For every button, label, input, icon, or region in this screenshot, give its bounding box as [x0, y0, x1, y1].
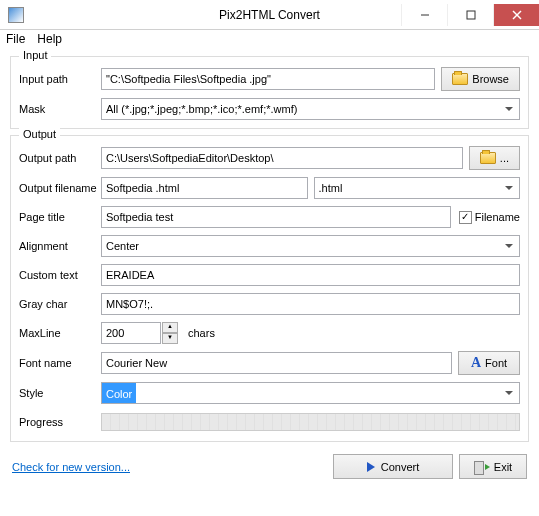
output-group: Output Output path ... Output filename .… [10, 135, 529, 442]
convert-button[interactable]: Convert [333, 454, 453, 479]
folder-icon [480, 152, 496, 164]
browse-button[interactable]: Browse [441, 67, 520, 91]
input-path-label: Input path [19, 73, 101, 85]
font-name-label: Font name [19, 357, 101, 369]
output-browse-button[interactable]: ... [469, 146, 520, 170]
output-filename-label: Output filename [19, 182, 101, 194]
input-group-title: Input [19, 49, 51, 61]
menu-help[interactable]: Help [37, 32, 62, 48]
custom-text-field[interactable] [101, 264, 520, 286]
check-version-link[interactable]: Check for new version... [12, 461, 130, 473]
custom-text-label: Custom text [19, 269, 101, 281]
style-label: Style [19, 387, 101, 399]
page-title-field[interactable] [101, 206, 451, 228]
gray-char-label: Gray char [19, 298, 101, 310]
output-filename-field[interactable] [101, 177, 308, 199]
alignment-label: Alignment [19, 240, 101, 252]
alignment-select[interactable]: Center [101, 235, 520, 257]
titlebar: Pix2HTML Convert [0, 0, 539, 30]
maxline-up[interactable]: ▲ [162, 322, 178, 333]
play-icon [367, 462, 375, 472]
folder-icon [452, 73, 468, 85]
input-group: Input Input path Browse Mask All (*.jpg;… [10, 56, 529, 129]
font-icon: A [471, 355, 481, 371]
progress-label: Progress [19, 416, 101, 428]
mask-label: Mask [19, 103, 101, 115]
output-path-field[interactable] [101, 147, 463, 169]
page-title-label: Page title [19, 211, 101, 223]
mask-select[interactable]: All (*.jpg;*.jpeg;*.bmp;*.ico;*.emf;*.wm… [101, 98, 520, 120]
output-path-label: Output path [19, 152, 101, 164]
window-title: Pix2HTML Convert [219, 8, 320, 22]
extension-select[interactable]: .html [314, 177, 521, 199]
font-button[interactable]: A Font [458, 351, 520, 375]
input-path-field[interactable] [101, 68, 435, 90]
menu-file[interactable]: File [6, 32, 25, 48]
exit-icon [474, 461, 488, 473]
maxline-field[interactable] [101, 322, 161, 344]
maximize-button[interactable] [447, 4, 493, 26]
app-icon [8, 7, 24, 23]
menubar: File Help [0, 30, 539, 50]
close-button[interactable] [493, 4, 539, 26]
output-group-title: Output [19, 128, 60, 140]
filename-checkbox[interactable]: ✓ [459, 211, 472, 224]
style-select[interactable]: Color [101, 382, 520, 404]
minimize-button[interactable] [401, 4, 447, 26]
font-name-field[interactable] [101, 352, 452, 374]
footer: Check for new version... Convert Exit [10, 448, 529, 479]
gray-char-field[interactable] [101, 293, 520, 315]
maxline-down[interactable]: ▼ [162, 333, 178, 344]
svg-rect-1 [467, 11, 475, 19]
filename-checkbox-label: Filename [475, 211, 520, 223]
exit-button[interactable]: Exit [459, 454, 527, 479]
chars-label: chars [188, 327, 215, 339]
progress-bar [101, 413, 520, 431]
maxline-label: MaxLine [19, 327, 101, 339]
